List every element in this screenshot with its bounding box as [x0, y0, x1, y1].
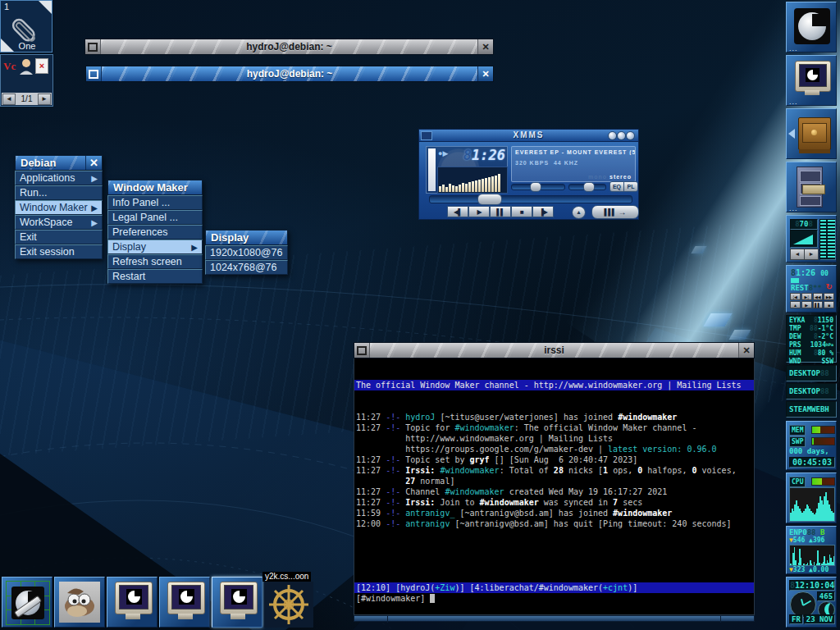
xmms-eject-button[interactable]: ▲ — [572, 206, 586, 219]
cd-button[interactable]: ▶ — [801, 301, 812, 308]
irssi-terminal[interactable]: The official Window Maker channel - http… — [354, 358, 755, 615]
xmms-player[interactable]: XMMS ●▶ 81:26 EVEREST EP - MOUNT EVEREST… — [418, 129, 639, 220]
window-title[interactable]: hydroJ@debian: ~ — [102, 66, 477, 81]
cd-button[interactable]: ◀◀ — [813, 293, 824, 300]
xmms-close-button[interactable] — [626, 131, 635, 140]
irssi-titlebar[interactable]: irssi ✕ — [354, 342, 755, 358]
icon-panel[interactable]: Vc × ◄ 1/1 ► — [0, 54, 53, 107]
menu-item-workspace[interactable]: WorkSpace▶ — [15, 215, 103, 230]
monitor-stand — [178, 614, 193, 619]
chat-line: 11:27 -!- Irssi: #windowmaker: Total of … — [356, 465, 754, 476]
dock-tile-wmaker[interactable]: ... — [786, 2, 837, 52]
cd-button[interactable]: ■ — [824, 301, 834, 308]
close-button[interactable]: ✕ — [738, 343, 754, 358]
dock-label-desktop[interactable]: DESKTOP88 — [786, 365, 837, 381]
drawer-collapse-arrow[interactable] — [788, 129, 795, 139]
menu-item-840x630-76[interactable]: 840x630@76 — [205, 260, 288, 275]
xmms-pl-button[interactable]: PL — [623, 181, 638, 192]
pager-prev-button[interactable]: ◄ — [2, 94, 16, 105]
xmms-transport-button[interactable]: ▐▶ — [532, 206, 554, 217]
xmms-transport-button[interactable]: ◀▌ — [447, 206, 468, 217]
resize-bar[interactable] — [354, 615, 755, 622]
miniaturize-button[interactable] — [354, 343, 370, 358]
shaded-window-focused[interactable]: hydroJ@debian: ~ ✕ — [85, 66, 494, 82]
xmms-seek-knob[interactable] — [477, 194, 502, 205]
window-title[interactable]: irssi — [370, 343, 738, 358]
root-menu-titlebar[interactable]: Debian ✕ — [15, 155, 103, 171]
dock-label-desktop[interactable]: DESKTOP88 — [786, 383, 837, 399]
menu-item-refresh-screen[interactable]: Refresh screen — [107, 254, 203, 269]
appicon-wprefs[interactable] — [2, 577, 52, 628]
appicon-gimp[interactable] — [54, 577, 105, 628]
pager-next-button[interactable]: ► — [38, 94, 51, 105]
dock-tile-memory[interactable]: MEM SWP 000 days, 00:45:03 — [786, 421, 837, 470]
dock-tile-terminal[interactable]: ... — [786, 55, 837, 106]
display-menu-titlebar[interactable]: Display — [205, 230, 288, 245]
xmms-shade-button[interactable] — [617, 131, 626, 140]
menu-close-button[interactable]: ✕ — [85, 156, 102, 170]
miniaturize-button[interactable] — [86, 66, 102, 81]
document-x-icon[interactable]: × — [35, 58, 48, 74]
xmms-volume-slider[interactable] — [511, 184, 565, 190]
xmms-transport-button[interactable]: ■ — [511, 206, 532, 217]
menu-item-run-[interactable]: Run... — [15, 185, 103, 200]
irssi-input-line[interactable]: [#windowmaker] — [354, 593, 754, 604]
dock-tile-weather[interactable]: EYKA81150TMP88-1°CDEW8-2°CPRS1034hPaHUM8… — [786, 315, 837, 363]
xmms-info-panel[interactable]: EVEREST EP - MOUNT EVEREST (5:1 320 KBPS… — [511, 146, 636, 182]
shaded-window-unfocused[interactable]: hydroJ@debian: ~ ✕ — [84, 39, 494, 55]
menu-item-window-maker[interactable]: Window Maker▶ — [15, 200, 103, 215]
cd-button[interactable]: ▲ — [790, 301, 801, 308]
xmms-seek-bar[interactable] — [429, 195, 632, 203]
close-button[interactable]: ✕ — [477, 66, 493, 81]
dock-tile-net[interactable]: ENP088 B ▼546 ▲396 ▼323 ▲0.00 — [786, 526, 837, 574]
mixer-prev-button[interactable]: ◄ — [790, 249, 805, 260]
wm-clip[interactable]: 1 One — [0, 0, 52, 52]
xmms-balance-slider[interactable] — [568, 184, 606, 190]
graph-bar — [833, 513, 834, 521]
miniaturize-button[interactable] — [85, 39, 101, 54]
graph-bar — [819, 563, 820, 565]
xmms-minimize-button[interactable] — [608, 131, 617, 140]
dock-tile-drawer[interactable] — [786, 108, 837, 159]
cd-button[interactable]: ▶▶ — [824, 293, 834, 300]
menu-item-info-panel-[interactable]: Info Panel ... — [107, 195, 203, 210]
menu-item-restart[interactable]: Restart — [107, 269, 203, 284]
xmms-volume-knob[interactable] — [530, 182, 541, 192]
xmms-transport-button[interactable]: ▌▌ — [490, 206, 511, 217]
menu-item-exit[interactable]: Exit — [15, 230, 103, 244]
cd-button[interactable]: ▌▌ — [813, 301, 824, 308]
person-icon[interactable] — [19, 58, 34, 75]
menu-item-exit-session[interactable]: Exit session — [15, 244, 103, 259]
menu-item-preferences[interactable]: Preferences — [107, 225, 203, 240]
cd-button[interactable]: ¦◀ — [790, 293, 801, 300]
menu-item-1920x1080-76[interactable]: 1920x1080@76 — [205, 245, 288, 260]
xmms-balance-knob[interactable] — [583, 182, 595, 192]
dock-label-steamwebh[interactable]: STEAMWEBH — [786, 401, 837, 418]
dock-tile-cabinet[interactable]: ... — [786, 162, 837, 212]
irssi-window[interactable]: irssi ✕ The official Window Maker channe… — [354, 342, 755, 621]
tile-dots: ... — [789, 207, 798, 210]
appicon-xterm-active[interactable] — [212, 577, 262, 628]
window-title[interactable]: hydroJ@debian: ~ — [101, 39, 477, 54]
menu-item-applications[interactable]: Applications▶ — [15, 171, 103, 185]
xmms-eq-button[interactable]: EQ — [609, 181, 624, 192]
appicon-helm[interactable] — [264, 582, 313, 628]
windowmaker-menu-titlebar[interactable]: Window Maker — [107, 180, 203, 195]
appicon-xterm[interactable] — [107, 577, 158, 628]
menu-item-legal-panel-[interactable]: Legal Panel ... — [107, 210, 203, 225]
cd-button[interactable]: ▶¦ — [801, 293, 812, 300]
paperclip-icon — [9, 9, 45, 42]
dock-tile-cdplayer[interactable]: 81:26 00 REST8** ↻ ¦◀▶¦◀◀▶▶▲▶▌▌■ — [786, 265, 837, 313]
dock-tile-cpu[interactable]: CPU — [786, 472, 837, 523]
appicon-xterm[interactable] — [159, 577, 210, 628]
xmms-display[interactable]: ●▶ 81:26 — [426, 146, 508, 194]
menu-item-display[interactable]: Display▶ — [107, 240, 203, 254]
xmms-shuffle-button[interactable]: ▌▌▌ → — [591, 205, 639, 219]
vlc-icon[interactable]: Vc — [3, 60, 16, 73]
mixer-next-button[interactable]: ► — [804, 249, 819, 260]
xmms-titlebar[interactable]: XMMS — [419, 130, 638, 142]
xmms-transport-button[interactable]: ▶ — [468, 206, 490, 217]
close-button[interactable]: ✕ — [477, 39, 493, 54]
dock-tile-clock[interactable]: 812:10:04 465 FR 23 NOV — [786, 577, 837, 628]
dock-tile-mixer[interactable]: 8708 ◄ ► — [786, 215, 837, 262]
